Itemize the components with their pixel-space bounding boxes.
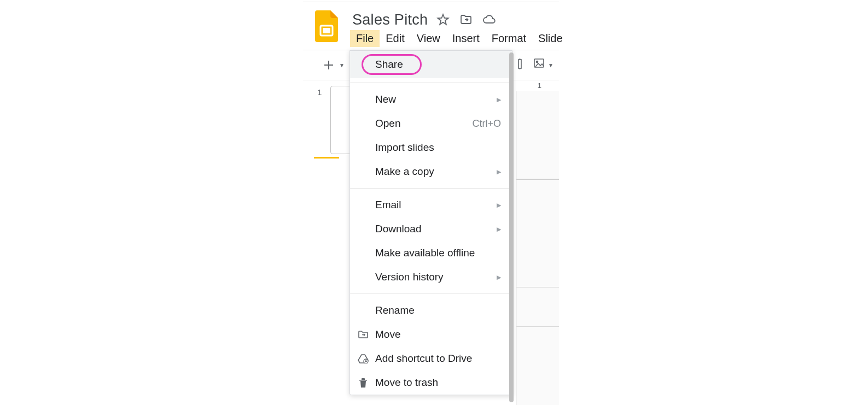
- drive-shortcut-icon: [357, 352, 370, 365]
- cloud-status-icon[interactable]: [481, 12, 497, 27]
- menu-scrollbar[interactable]: [509, 52, 514, 402]
- svg-point-4: [537, 61, 538, 63]
- menu-item-make-a-copy[interactable]: Make a copy▶: [350, 160, 512, 184]
- menu-insert[interactable]: Insert: [446, 30, 486, 47]
- folder-move-icon: [357, 328, 370, 341]
- submenu-arrow-icon: ▶: [497, 202, 501, 209]
- menu-item-open[interactable]: OpenCtrl+O: [350, 111, 512, 136]
- star-icon[interactable]: [435, 12, 451, 27]
- new-slide-dropdown[interactable]: ▼: [339, 62, 345, 68]
- submenu-arrow-icon: ▶: [497, 168, 501, 175]
- image-tool-dropdown[interactable]: ▼: [548, 62, 554, 68]
- menu-item-email[interactable]: Email▶: [350, 193, 512, 217]
- menu-slide[interactable]: Slide: [532, 30, 568, 47]
- menu-item-import-slides[interactable]: Import slides: [350, 136, 512, 160]
- menu-divider: [350, 188, 512, 189]
- canvas-guide: [516, 287, 559, 287]
- menu-item-share[interactable]: Share: [350, 51, 512, 78]
- submenu-arrow-icon: ▶: [497, 226, 501, 233]
- ruler-mark: 1: [538, 81, 541, 90]
- slide-number: 1: [317, 87, 322, 97]
- menu-item-move[interactable]: Move: [350, 322, 512, 347]
- image-tool-icon[interactable]: [534, 58, 546, 72]
- slides-logo-icon: [314, 10, 339, 43]
- textbox-tool-icon[interactable]: [517, 58, 528, 72]
- menu-item-new[interactable]: New▶: [350, 87, 512, 111]
- slide-selection-accent: [314, 157, 339, 159]
- new-slide-button[interactable]: [322, 50, 336, 80]
- menu-item-version-history[interactable]: Version history▶: [350, 265, 512, 289]
- trash-icon: [357, 376, 370, 389]
- menu-item-add-shortcut-to-drive[interactable]: Add shortcut to Drive: [350, 347, 512, 371]
- shortcut-label: Ctrl+O: [472, 118, 501, 130]
- submenu-arrow-icon: ▶: [497, 274, 501, 281]
- document-title[interactable]: Sales Pitch: [352, 11, 428, 28]
- menu-format[interactable]: Format: [486, 30, 532, 47]
- canvas-area: [516, 91, 559, 405]
- menu-item-download[interactable]: Download▶: [350, 217, 512, 241]
- canvas-guide: [516, 179, 559, 180]
- menubar: File Edit View Insert Format Slide: [350, 30, 569, 47]
- submenu-arrow-icon: ▶: [497, 96, 501, 103]
- menu-file[interactable]: File: [350, 30, 380, 47]
- svg-rect-2: [519, 60, 521, 68]
- menu-item-move-to-trash[interactable]: Move to trash: [350, 371, 512, 395]
- svg-rect-1: [323, 28, 330, 33]
- menu-divider: [350, 294, 512, 294]
- menu-item-rename[interactable]: Rename: [350, 298, 512, 322]
- canvas-guide: [516, 326, 559, 327]
- menu-item-make-available-offline[interactable]: Make available offline: [350, 241, 512, 265]
- move-folder-icon[interactable]: [458, 12, 474, 27]
- menu-divider: [350, 83, 512, 83]
- file-menu: Share New▶ OpenCtrl+O Import slides Make…: [349, 50, 512, 395]
- menu-edit[interactable]: Edit: [380, 30, 410, 47]
- menu-view[interactable]: View: [411, 30, 446, 47]
- app-window: Sales Pitch File Edit View Insert Format…: [303, 0, 559, 405]
